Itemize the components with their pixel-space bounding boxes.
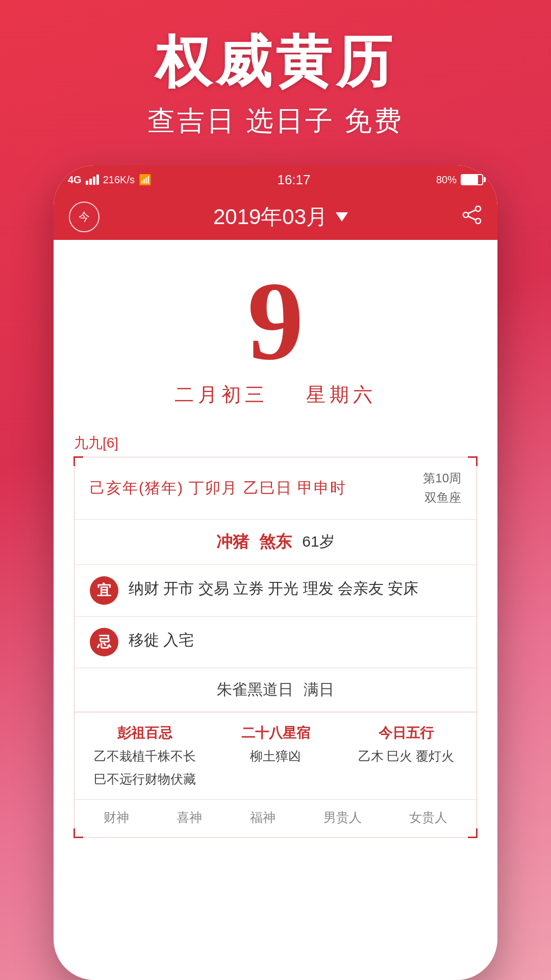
signal-bars xyxy=(86,175,99,185)
fuser-title: 福神 xyxy=(250,809,276,826)
detail-card: 己亥年(猪年) 丁卯月 乙巳日 甲申时 第10周 双鱼座 冲猪 煞东 61岁 宜… xyxy=(74,457,477,838)
ganzhi-row: 己亥年(猪年) 丁卯月 乙巳日 甲申时 第10周 双鱼座 xyxy=(74,457,477,520)
svg-point-2 xyxy=(463,212,468,217)
xisher-title: 喜神 xyxy=(177,809,202,826)
svg-point-0 xyxy=(475,206,481,211)
wifi-icon: 📶 xyxy=(139,174,152,186)
caisher-title: 财神 xyxy=(104,809,129,826)
status-bar: 4G 216K/s 📶 16:17 80% xyxy=(54,165,497,194)
nan-guiren-title: 男贵人 xyxy=(323,809,362,826)
shen-row: 财神 喜神 福神 男贵人 女贵人 xyxy=(74,799,477,837)
main-content: 9 二月初三 星期六 九九[6] 己亥年(猪年) 丁卯月 乙巳日 甲申时 第10… xyxy=(54,240,497,848)
svg-point-1 xyxy=(475,218,481,224)
zhudao-row: 朱雀黑道日 满日 xyxy=(74,668,477,712)
svg-line-3 xyxy=(468,210,476,214)
big-day: 9 xyxy=(247,271,304,372)
shen-nv-guiren: 女贵人 xyxy=(409,809,447,826)
battery-icon xyxy=(461,174,483,185)
yi-row: 宜 纳财 开市 交易 立券 开光 理发 会亲友 安床 xyxy=(74,565,477,617)
ji-text: 移徙 入宅 xyxy=(129,628,461,652)
svg-line-4 xyxy=(468,216,476,220)
wuxing-col: 今日五行 乙木 巳火 覆灯火 xyxy=(341,724,471,788)
month-title: 2019年03月 xyxy=(213,203,328,231)
bottom-info-row: 彭祖百忌 乙不栽植千株不长 巳不远行财物伏藏 二十八星宿 柳土獐凶 今日五行 乙… xyxy=(74,712,477,799)
xingsu-value: 柳土獐凶 xyxy=(250,747,301,765)
yi-text: 纳财 开市 交易 立券 开光 理发 会亲友 安床 xyxy=(129,576,461,601)
ganzhi-info: 己亥年(猪年) 丁卯月 乙巳日 甲申时 xyxy=(90,478,346,499)
ji-badge: 忌 xyxy=(90,628,118,656)
nv-guiren-title: 女贵人 xyxy=(409,809,447,826)
status-right: 80% xyxy=(436,174,483,186)
card-inner: 己亥年(猪年) 丁卯月 乙巳日 甲申时 第10周 双鱼座 冲猪 煞东 61岁 宜… xyxy=(74,457,477,837)
status-left: 4G 216K/s 📶 xyxy=(68,174,152,186)
pengzu-text2: 巳不远行财物伏藏 xyxy=(94,770,196,788)
chong-age: 61岁 xyxy=(302,531,334,552)
phone-mockup: 4G 216K/s 📶 16:17 80% 今 2019年03月 xyxy=(54,165,497,980)
speed-label: 216K/s xyxy=(103,174,135,186)
chong-label: 冲猪 xyxy=(216,531,249,553)
wuxing-title: 今日五行 xyxy=(379,724,434,742)
share-button[interactable] xyxy=(462,206,482,229)
promo-subtitle: 查吉日 选日子 免费 xyxy=(147,103,404,140)
chong-row: 冲猪 煞东 61岁 xyxy=(74,520,477,565)
battery-percent: 80% xyxy=(436,174,457,186)
month-selector[interactable]: 2019年03月 xyxy=(213,203,348,231)
zhudao-label: 朱雀黑道日 xyxy=(217,679,293,700)
wuxing-value: 乙木 巳火 覆灯火 xyxy=(358,747,455,765)
today-button[interactable]: 今 xyxy=(69,202,99,232)
sha-direction: 煞东 xyxy=(259,531,292,553)
pengzu-text1: 乙不栽植千株不长 xyxy=(94,747,196,765)
status-time: 16:17 xyxy=(277,172,310,188)
week-label: 第10周 xyxy=(423,469,461,488)
nine-nine-label: 九九[6] xyxy=(74,433,477,453)
big-date-area: 9 二月初三 星期六 xyxy=(74,260,477,423)
shen-xisher: 喜神 xyxy=(177,809,202,826)
week-zodiac: 第10周 双鱼座 xyxy=(423,469,461,508)
lunar-date: 二月初三 xyxy=(174,384,268,405)
shen-caisher: 财神 xyxy=(104,809,129,826)
month-dropdown-arrow[interactable] xyxy=(336,212,348,222)
man-ri-label: 满日 xyxy=(304,679,334,700)
shen-nan-guiren: 男贵人 xyxy=(323,809,362,826)
promo-title: 权威黄历 xyxy=(155,31,396,92)
pengzu-col: 彭祖百忌 乙不栽植千株不长 巳不远行财物伏藏 xyxy=(80,724,210,788)
shen-fuser: 福神 xyxy=(250,809,276,826)
app-header: 今 2019年03月 xyxy=(54,194,497,240)
yi-badge: 宜 xyxy=(90,576,118,605)
weekday: 星期六 xyxy=(306,384,377,405)
ji-row: 忌 移徙 入宅 xyxy=(74,617,477,668)
promo-area: 权威黄历 查吉日 选日子 免费 xyxy=(0,0,551,165)
battery-fill xyxy=(462,175,478,184)
signal-label: 4G xyxy=(68,174,82,186)
pengzu-title: 彭祖百忌 xyxy=(117,724,172,742)
xingsu-title: 二十八星宿 xyxy=(241,724,310,742)
lunar-weekday: 二月初三 星期六 xyxy=(174,382,377,408)
zodiac-label: 双鱼座 xyxy=(423,488,461,507)
xingsu-col: 二十八星宿 柳土獐凶 xyxy=(210,724,341,788)
